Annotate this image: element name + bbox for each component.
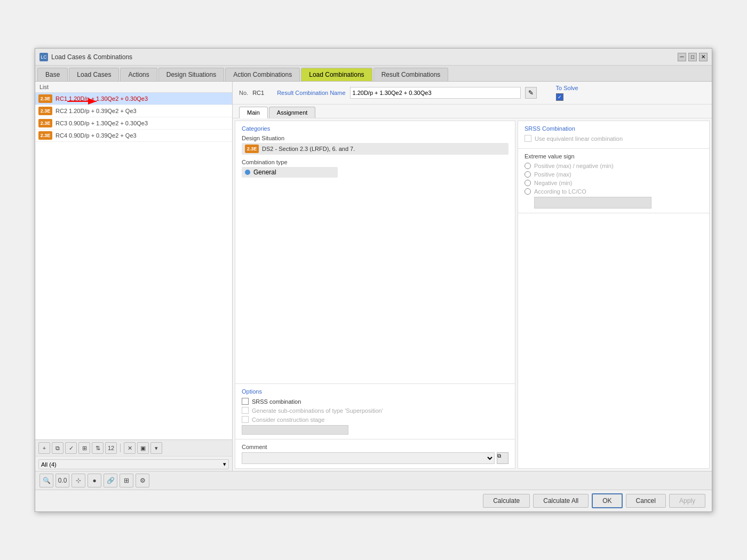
radio-row-1: Positive (max) / negative (min): [525, 163, 703, 169]
view-button[interactable]: ▣: [137, 442, 149, 454]
dropdown-arrow-icon: ▾: [223, 461, 226, 468]
window-title: Load Cases & Combinations: [51, 53, 132, 61]
item-label: RC1 1.20D/p + 1.30Qe2 + 0.30Qe3: [55, 95, 148, 102]
srss-checkbox[interactable]: [242, 398, 249, 405]
tab-assignment[interactable]: Assignment: [269, 107, 315, 118]
more-button[interactable]: ▾: [150, 442, 162, 454]
tab-design-situations[interactable]: Design Situations: [158, 68, 224, 81]
link-button[interactable]: 🔗: [104, 474, 117, 487]
filter-button[interactable]: ⊞: [78, 442, 90, 454]
srss-cb-row: SRSS combination: [242, 398, 508, 405]
ds-badge: 2.3E: [245, 145, 259, 153]
main-content: List 2.3E RC1 1.20D/p + 1.30: [35, 82, 712, 471]
search-button[interactable]: 🔍: [39, 474, 53, 487]
radio-label-2: Positive (max): [534, 171, 571, 178]
comment-copy-button[interactable]: ⧉: [497, 452, 508, 464]
data-button[interactable]: 0.0: [55, 474, 69, 487]
item-badge: 2.3E: [38, 131, 52, 140]
dot-button[interactable]: ●: [88, 474, 101, 487]
consider-construction-row: Consider construction stage: [242, 416, 508, 423]
minimize-button[interactable]: ─: [678, 53, 686, 61]
panels-row: Categories Design Situation 2.3E DS2 - S…: [233, 118, 712, 471]
add-button[interactable]: +: [38, 442, 50, 454]
list-item[interactable]: 2.3E RC3 0.90D/p + 1.30Qe2 + 0.30Qe3: [35, 117, 232, 130]
combination-type-row: Combination type General: [242, 159, 508, 178]
maximize-button[interactable]: □: [688, 53, 697, 61]
delete-button[interactable]: ✕: [124, 442, 136, 454]
tab-main[interactable]: Main: [239, 107, 268, 118]
no-label: No.: [239, 90, 248, 96]
cancel-button[interactable]: Cancel: [626, 494, 666, 508]
item-badge: 2.3E: [38, 107, 52, 115]
left-toolbar: + ⧉ ✓ ⊞ ⇅ 12 ✕ ▣ ▾: [35, 439, 232, 456]
inner-tab-bar: Main Assignment: [233, 105, 712, 118]
copy-button[interactable]: ⧉: [52, 442, 63, 454]
combo-color-icon: [245, 170, 250, 175]
right-panel: No. RC1 Result Combination Name ✎ To Sol…: [233, 82, 712, 471]
filter-dropdown[interactable]: All (4) ▾: [38, 459, 229, 469]
radio-row-3: Negative (min): [525, 180, 703, 186]
left-panel: List 2.3E RC1 1.20D/p + 1.30: [35, 82, 233, 471]
apply-button[interactable]: Apply: [669, 494, 705, 508]
no-field: No. RC1: [239, 90, 268, 96]
to-solve-label: To Solve: [556, 85, 578, 91]
edit-button[interactable]: ✎: [525, 87, 537, 99]
generate-sub-label: Generate sub-combinations of type 'Super…: [252, 407, 383, 414]
item-label: RC4 0.90D/p + 0.39Qe2 + Qe3: [55, 132, 137, 139]
combination-type-label: Combination type: [242, 159, 508, 165]
node-button[interactable]: ⊹: [71, 474, 85, 487]
tab-actions[interactable]: Actions: [120, 68, 157, 81]
tab-load-combinations[interactable]: Load Combinations: [301, 68, 372, 81]
extreme-value-section: Extreme value sign Positive (max) / nega…: [518, 149, 709, 213]
tab-base[interactable]: Base: [37, 68, 68, 81]
list-item[interactable]: 2.3E RC2 1.20D/p + 0.39Qe2 + Qe3: [35, 105, 232, 117]
design-situation-row: Design Situation 2.3E DS2 - Section 2.3 …: [242, 135, 508, 155]
main-left-panel: Categories Design Situation 2.3E DS2 - S…: [235, 121, 515, 469]
item-badge: 2.3E: [38, 119, 52, 127]
number-button[interactable]: 12: [105, 442, 117, 454]
calculate-button[interactable]: Calculate: [483, 494, 530, 508]
close-button[interactable]: ✕: [699, 53, 708, 61]
tab-result-combinations[interactable]: Result Combinations: [374, 68, 449, 81]
categories-title: Categories: [242, 125, 508, 132]
categories-section: Categories Design Situation 2.3E DS2 - S…: [235, 121, 515, 186]
radio-negative-min: [525, 180, 531, 186]
ok-button[interactable]: OK: [592, 493, 622, 508]
comment-section: Comment ⧉: [235, 439, 515, 468]
comment-dropdown[interactable]: [242, 452, 495, 464]
settings-button[interactable]: ⚙: [136, 474, 149, 487]
check-button[interactable]: ✓: [65, 442, 77, 454]
use-equivalent-label: Use equivalent linear combination: [535, 135, 623, 142]
item-badge: 2.3E: [38, 94, 52, 103]
ds-badge-row: 2.3E DS2 - Section 2.3 (LRFD), 6. and 7.: [242, 143, 508, 155]
list-item[interactable]: 2.3E RC1 1.20D/p + 1.30Qe2 + 0.30Qe3: [35, 93, 232, 105]
list-area: 2.3E RC1 1.20D/p + 1.30Qe2 + 0.30Qe3 2.3…: [35, 93, 232, 439]
calculate-all-button[interactable]: Calculate All: [533, 494, 589, 508]
main-tab-bar: Base Load Cases Actions Design Situation…: [35, 66, 712, 82]
options-title: Options: [242, 388, 508, 395]
title-bar-left: LC Load Cases & Combinations: [39, 53, 132, 61]
srss-label: SRSS combination: [252, 398, 301, 405]
name-field: Result Combination Name ✎: [277, 87, 536, 99]
main-window: LC Load Cases & Combinations ─ □ ✕ Base …: [35, 48, 712, 512]
sort-button[interactable]: ⇅: [92, 442, 104, 454]
tab-action-combinations[interactable]: Action Combinations: [225, 68, 300, 81]
use-equivalent-checkbox: [525, 135, 531, 142]
srss-section: SRSS Combination Use equivalent linear c…: [518, 121, 709, 149]
options-gray-input: [242, 425, 348, 435]
list-header: List: [35, 82, 232, 93]
srss-gray-block: [534, 197, 651, 209]
radio-row-4: According to LC/CO: [525, 188, 703, 195]
to-solve-checkbox[interactable]: ✓: [556, 93, 563, 101]
name-input[interactable]: [350, 87, 521, 99]
separator: [120, 444, 121, 452]
app-icon: LC: [39, 53, 48, 61]
tab-load-cases[interactable]: Load Cases: [69, 68, 119, 81]
radio-label-1: Positive (max) / negative (min): [534, 163, 614, 169]
generate-sub-checkbox: [242, 407, 249, 414]
to-solve-section: To Solve ✓: [545, 85, 578, 101]
combo-type-text: General: [253, 169, 276, 176]
grid-button[interactable]: ⊞: [120, 474, 133, 487]
generate-sub-row: Generate sub-combinations of type 'Super…: [242, 407, 508, 414]
list-item[interactable]: 2.3E RC4 0.90D/p + 0.39Qe2 + Qe3: [35, 130, 232, 142]
